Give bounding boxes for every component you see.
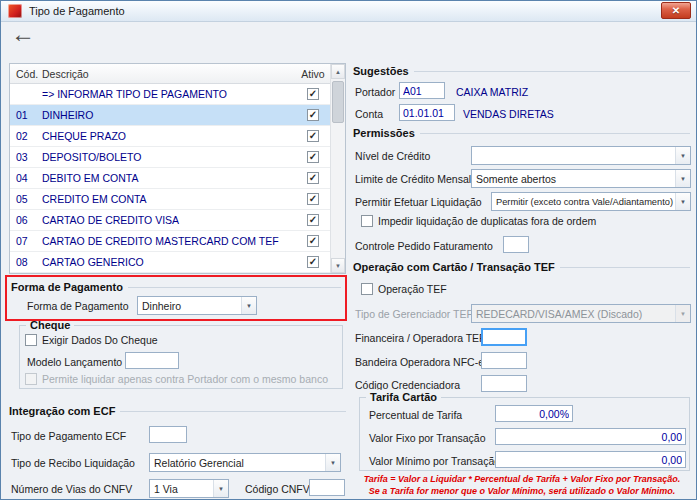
nivel-credito-select[interactable]: ▼: [471, 146, 691, 165]
financeira-tef-label: Financeira / Operadora TEF: [355, 332, 486, 345]
section-divider: [120, 411, 346, 412]
tipo-recibo-select[interactable]: Relatório Gerencial ▼: [149, 453, 341, 472]
col-header-ativo[interactable]: Ativo: [296, 68, 330, 80]
permissoes-title: Permissões: [353, 127, 415, 139]
impedir-liquidacao-label: Impedir liquidação de duplicatas fora de…: [378, 215, 596, 227]
forma-pagamento-select[interactable]: Dinheiro ▼: [137, 296, 257, 315]
payment-row-desc: CARTAO DE CREDITO VISA: [38, 214, 296, 226]
ativo-checkbox[interactable]: ✓: [307, 130, 319, 142]
chevron-down-icon[interactable]: ▼: [675, 170, 690, 187]
col-header-cod[interactable]: Cód.: [10, 68, 38, 80]
codigo-credenciadora-input[interactable]: [481, 375, 527, 392]
valor-fixo-label: Valor Fixo por Transação: [369, 432, 486, 445]
payment-row[interactable]: 07 CARTAO DE CREDITO MASTERCARD COM TEF …: [10, 231, 330, 252]
ativo-checkbox[interactable]: ✓: [307, 172, 319, 184]
exigir-dados-checkbox-row[interactable]: Exigir Dados Do Cheque: [25, 334, 158, 346]
back-button[interactable]: ←: [11, 21, 35, 47]
permite-liquidar-label: Permite liquidar apenas contra Portador …: [42, 373, 328, 385]
conta-label: Conta: [355, 108, 383, 121]
grid-body: => INFORMAR TIPO DE PAGAMENTO ✓ 01 DINHE…: [10, 84, 330, 273]
bandeira-nfce-label: Bandeira Operadora NFC-e: [355, 356, 484, 369]
financeira-tef-input[interactable]: [481, 328, 527, 346]
modelo-lancamento-input[interactable]: [125, 352, 179, 369]
conta-description: VENDAS DIRETAS: [463, 108, 554, 121]
tarifa-cartao-title: Tarifa Cartão: [366, 390, 441, 405]
payment-row-ativo-cell: ✓: [296, 214, 330, 226]
vias-cnfv-label: Número de Vias do CNFV: [11, 483, 132, 496]
chevron-down-icon[interactable]: ▼: [675, 147, 690, 164]
forma-pagamento-section-header: Forma de Pagamento: [11, 281, 341, 293]
window-title: Tipo de Pagamento: [29, 5, 125, 17]
payment-row-desc: CHEQUE PRAZO: [38, 130, 296, 142]
payment-row-ativo-cell: ✓: [296, 130, 330, 142]
impedir-liquidacao-checkbox-row[interactable]: Impedir liquidação de duplicatas fora de…: [361, 215, 596, 227]
payment-row-ativo-cell: ✓: [296, 235, 330, 247]
forma-pagamento-title: Forma de Pagamento: [11, 281, 123, 293]
ativo-checkbox[interactable]: ✓: [307, 193, 319, 205]
ativo-checkbox[interactable]: ✓: [307, 235, 319, 247]
section-divider: [420, 133, 690, 134]
chevron-down-icon[interactable]: ▼: [241, 297, 256, 314]
payment-row-ativo-cell: ✓: [296, 256, 330, 268]
operacao-tef-label: Operação TEF: [378, 283, 447, 295]
valor-minimo-input[interactable]: [495, 451, 686, 468]
section-divider: [560, 267, 690, 268]
ativo-checkbox[interactable]: ✓: [307, 256, 319, 268]
payment-row-cod: 03: [10, 151, 38, 163]
tef-section-header: Operação com Cartão / Transação TEF: [353, 261, 690, 273]
payment-row[interactable]: => INFORMAR TIPO DE PAGAMENTO ✓: [10, 84, 330, 105]
payment-row[interactable]: 06 CARTAO DE CREDITO VISA ✓: [10, 210, 330, 231]
tef-title: Operação com Cartão / Transação TEF: [353, 261, 555, 273]
scroll-down-icon[interactable]: ▼: [331, 258, 345, 273]
payment-row[interactable]: 01 DINHEIRO ✓: [10, 105, 330, 126]
payment-row[interactable]: 04 DEBITO EM CONTA ✓: [10, 168, 330, 189]
payment-row-desc: CREDITO EM CONTA: [38, 193, 296, 205]
app-icon: [8, 4, 22, 18]
ativo-checkbox[interactable]: ✓: [307, 109, 319, 121]
impedir-liquidacao-checkbox[interactable]: [361, 215, 373, 227]
conta-input[interactable]: [399, 104, 455, 121]
limite-credito-select[interactable]: Somente abertos ▼: [471, 169, 691, 188]
payment-row-cod: 01: [10, 109, 38, 121]
ecf-section-header: Integração com ECF: [9, 405, 346, 417]
permitir-liquidacao-select[interactable]: Permitir (exceto contra Vale/Adiantament…: [491, 192, 691, 211]
vias-cnfv-select[interactable]: 1 Via ▼: [149, 479, 229, 498]
payment-row[interactable]: 05 CREDITO EM CONTA ✓: [10, 189, 330, 210]
vias-cnfv-value: 1 Via: [150, 483, 213, 495]
payment-row[interactable]: 02 CHEQUE PRAZO ✓: [10, 126, 330, 147]
section-divider: [414, 71, 690, 72]
payment-row[interactable]: 03 DEPOSITO/BOLETO ✓: [10, 147, 330, 168]
ativo-checkbox[interactable]: ✓: [307, 214, 319, 226]
payment-row-cod: 08: [10, 256, 38, 268]
chevron-down-icon[interactable]: ▼: [213, 480, 228, 497]
controle-pedido-input[interactable]: [503, 236, 529, 253]
operacao-tef-checkbox-row[interactable]: Operação TEF: [361, 283, 447, 295]
tipo-pagamento-ecf-input[interactable]: [149, 426, 187, 443]
col-header-desc[interactable]: Descrição: [38, 68, 296, 80]
portador-input[interactable]: [399, 82, 445, 99]
operacao-tef-checkbox[interactable]: [361, 283, 373, 295]
codigo-cnfv-input[interactable]: [309, 479, 345, 496]
payment-row-desc: DEPOSITO/BOLETO: [38, 151, 296, 163]
grid-scrollbar[interactable]: ▲ ▼: [330, 64, 345, 273]
chevron-down-icon[interactable]: ▼: [675, 193, 690, 210]
payment-row-desc: => INFORMAR TIPO DE PAGAMENTO: [38, 88, 296, 100]
scroll-thumb[interactable]: [332, 81, 344, 123]
payment-row-cod: 05: [10, 193, 38, 205]
permissoes-section-header: Permissões: [353, 127, 690, 139]
chevron-down-icon[interactable]: ▼: [325, 454, 340, 471]
limite-credito-label: Limite de Crédito Mensal: [355, 173, 471, 186]
bandeira-nfce-input[interactable]: [481, 352, 527, 369]
close-icon[interactable]: ✕: [661, 2, 691, 19]
payment-row-cod: 06: [10, 214, 38, 226]
exigir-dados-checkbox[interactable]: [25, 334, 37, 346]
forma-pagamento-label: Forma de Pagamento: [27, 300, 129, 313]
payment-row-ativo-cell: ✓: [296, 88, 330, 100]
percentual-tarifa-input[interactable]: [495, 405, 573, 422]
ativo-checkbox[interactable]: ✓: [307, 88, 319, 100]
ativo-checkbox[interactable]: ✓: [307, 151, 319, 163]
payment-type-grid: Cód. Descrição Ativo => INFORMAR TIPO DE…: [9, 63, 346, 274]
valor-fixo-input[interactable]: [495, 428, 686, 445]
scroll-up-icon[interactable]: ▲: [331, 64, 345, 79]
payment-row[interactable]: 08 CARTAO GENERICO ✓: [10, 252, 330, 273]
